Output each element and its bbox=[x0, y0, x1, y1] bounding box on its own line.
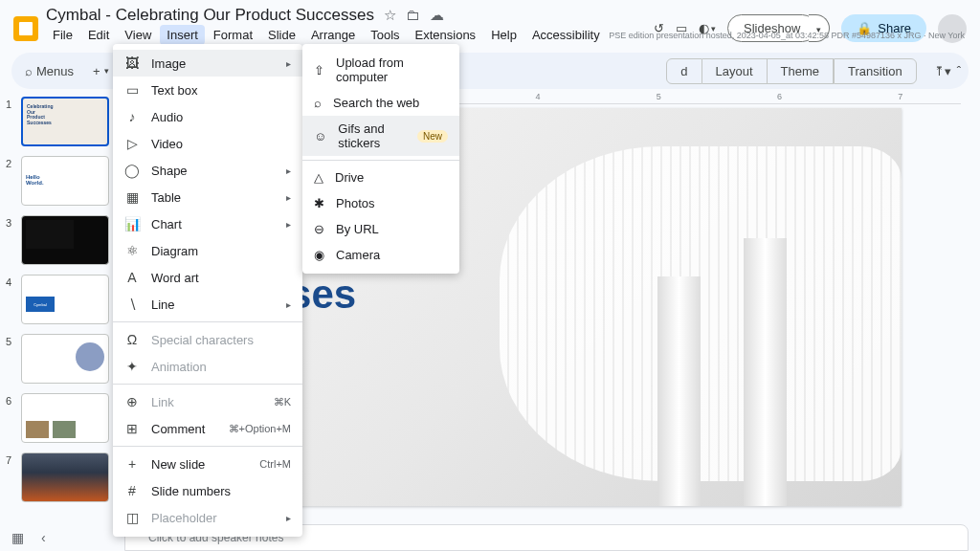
chevron-right-icon: ▸ bbox=[286, 219, 291, 230]
special-characters-icon: Ω bbox=[124, 332, 140, 347]
menu-slide[interactable]: Slide bbox=[261, 25, 302, 45]
chevron-right-icon: ▸ bbox=[286, 192, 291, 203]
slide-thumb-6[interactable]: 6 bbox=[6, 393, 109, 443]
insert-video[interactable]: ▷Video bbox=[113, 130, 302, 157]
menu-edit[interactable]: Edit bbox=[81, 25, 116, 45]
slide-thumb-7[interactable]: 7 bbox=[6, 452, 109, 502]
menu-view[interactable]: View bbox=[118, 25, 158, 45]
seg-transition[interactable]: Transition bbox=[834, 58, 917, 84]
menu-file[interactable]: File bbox=[46, 25, 79, 45]
new-slide-tool[interactable]: + ▾ bbox=[87, 60, 115, 82]
search-the-web-icon: ⌕ bbox=[314, 96, 322, 110]
chevron-right-icon: ▸ bbox=[286, 165, 291, 176]
insert-special-characters: ΩSpecial characters bbox=[113, 326, 302, 353]
insert-audio[interactable]: ♪Audio bbox=[113, 103, 302, 130]
star-icon[interactable]: ☆ bbox=[384, 7, 396, 24]
upload-from-computer-icon: ⇧ bbox=[314, 63, 324, 77]
by-url-icon: ⊖ bbox=[314, 222, 324, 236]
seg-layout[interactable]: Layout bbox=[702, 58, 767, 84]
doc-title[interactable]: Cymbal - Celebrating Our Product Success… bbox=[46, 6, 374, 25]
menu-help[interactable]: Help bbox=[484, 25, 523, 45]
chevron-right-icon: ▸ bbox=[286, 299, 291, 310]
image-upload-from-computer[interactable]: ⇧Upload from computer bbox=[302, 50, 459, 90]
move-icon[interactable]: 🗀 bbox=[406, 7, 420, 24]
meta-info: PSE edition presentation hosted, 2023-04… bbox=[609, 31, 965, 40]
insert-shape[interactable]: ◯Shape▸ bbox=[113, 157, 302, 184]
insert-link: ⊕Link⌘K bbox=[113, 388, 302, 415]
seg-overflow[interactable]: d bbox=[666, 58, 702, 84]
slide-thumb-2[interactable]: 2 Hello World. bbox=[6, 156, 109, 206]
chevron-right-icon: ▸ bbox=[286, 513, 291, 523]
filmstrip[interactable]: 1 Celebrating Our Product Successes 2 He… bbox=[0, 89, 115, 535]
menu-format[interactable]: Format bbox=[207, 25, 259, 45]
new-slide-icon: + bbox=[124, 456, 140, 472]
line-icon: ∖ bbox=[124, 297, 140, 312]
insert-table[interactable]: ▦Table▸ bbox=[113, 184, 302, 210]
insert-word-art[interactable]: AWord art bbox=[113, 264, 302, 291]
link-icon: ⊕ bbox=[124, 394, 140, 409]
comment-icon: ⊞ bbox=[124, 421, 140, 436]
menu-insert[interactable]: Insert bbox=[160, 25, 205, 45]
insert-comment[interactable]: ⊞Comment⌘+Option+M bbox=[113, 415, 302, 442]
shape-icon: ◯ bbox=[124, 163, 140, 178]
insert-slide-numbers[interactable]: #Slide numbers bbox=[113, 477, 302, 504]
toolbar-up-icon[interactable]: ⤒▾ bbox=[934, 64, 951, 78]
camera-icon: ◉ bbox=[314, 248, 324, 262]
menu-arrange[interactable]: Arrange bbox=[304, 25, 362, 45]
image-by-url[interactable]: ⊖By URL bbox=[302, 216, 459, 242]
photos-icon: ✱ bbox=[314, 196, 324, 210]
insert-text-box[interactable]: ▭Text box bbox=[113, 77, 302, 103]
image-icon: 🖼 bbox=[124, 55, 140, 71]
collapse-filmstrip-icon[interactable]: ‹ bbox=[41, 530, 46, 545]
insert-placeholder: ◫Placeholder▸ bbox=[113, 504, 302, 531]
word-art-icon: A bbox=[124, 270, 140, 285]
slide-thumb-1[interactable]: 1 Celebrating Our Product Successes bbox=[6, 97, 109, 146]
diagram-icon: ⚛ bbox=[124, 243, 140, 258]
insert-dropdown: 🖼Image▸▭Text box♪Audio▷Video◯Shape▸▦Tabl… bbox=[113, 44, 302, 537]
image-gifs-and-stickers[interactable]: ☺Gifs and stickersNew bbox=[302, 116, 459, 156]
slide-numbers-icon: # bbox=[124, 483, 140, 498]
text-box-icon: ▭ bbox=[124, 82, 140, 98]
insert-image[interactable]: 🖼Image▸ bbox=[113, 50, 302, 77]
image-search-the-web[interactable]: ⌕Search the web bbox=[302, 90, 459, 116]
image-drive[interactable]: △Drive bbox=[302, 165, 459, 190]
insert-diagram[interactable]: ⚛Diagram bbox=[113, 237, 302, 264]
slide-thumb-4[interactable]: 4 Cymbal bbox=[6, 275, 109, 324]
insert-animation: ✦Animation bbox=[113, 353, 302, 380]
chevron-right-icon: ▸ bbox=[286, 58, 291, 69]
gifs-and-stickers-icon: ☺ bbox=[314, 129, 326, 143]
explore-icon[interactable]: ▦ bbox=[11, 530, 24, 545]
animation-icon: ✦ bbox=[124, 359, 140, 374]
image-submenu: ⇧Upload from computer⌕Search the web☺Gif… bbox=[302, 44, 459, 274]
seg-theme[interactable]: Theme bbox=[767, 58, 834, 84]
insert-new-slide[interactable]: +New slideCtrl+M bbox=[113, 451, 302, 477]
slides-logo-icon[interactable] bbox=[13, 16, 38, 41]
table-icon: ▦ bbox=[124, 189, 140, 205]
video-icon: ▷ bbox=[124, 136, 140, 151]
image-photos[interactable]: ✱Photos bbox=[302, 190, 459, 216]
insert-chart[interactable]: 📊Chart▸ bbox=[113, 210, 302, 237]
menu-extensions[interactable]: Extensions bbox=[409, 25, 483, 45]
search-menus[interactable]: ⌕ Menus bbox=[19, 60, 79, 82]
image-camera[interactable]: ◉Camera bbox=[302, 242, 459, 268]
toolbar-collapse-icon[interactable]: ˆ bbox=[957, 64, 961, 78]
slide-thumb-3[interactable]: 3 bbox=[6, 215, 109, 265]
menu-tools[interactable]: Tools bbox=[364, 25, 406, 45]
menu-accessibility[interactable]: Accessibility bbox=[525, 25, 607, 45]
insert-line[interactable]: ∖Line▸ bbox=[113, 291, 302, 318]
chart-icon: 📊 bbox=[124, 216, 140, 231]
cloud-status-icon[interactable]: ☁ bbox=[430, 7, 444, 24]
audio-icon: ♪ bbox=[124, 109, 140, 124]
drive-icon: △ bbox=[314, 170, 323, 185]
slide-thumb-5[interactable]: 5 bbox=[6, 334, 109, 384]
placeholder-icon: ◫ bbox=[124, 510, 140, 525]
